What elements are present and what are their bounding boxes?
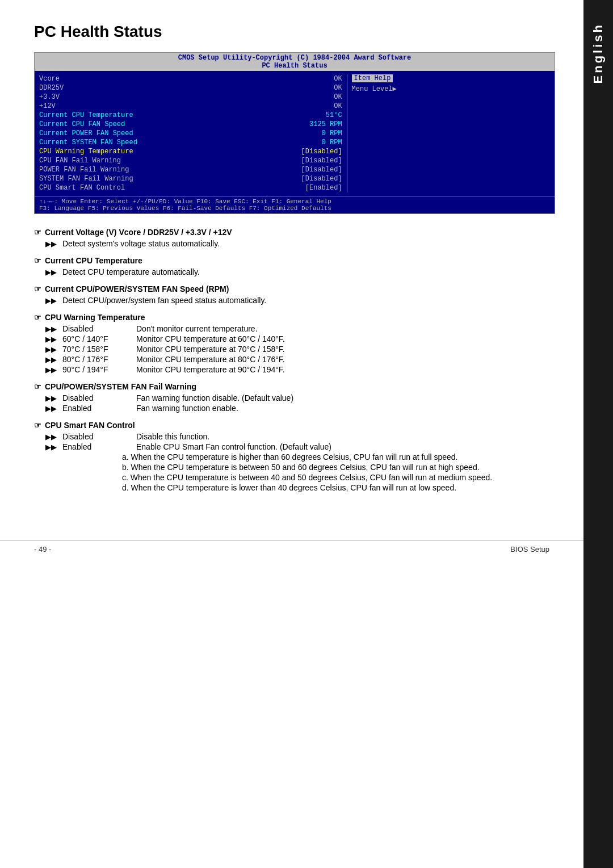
bullet-item: ▶▶DisabledDon't monitor current temperat… (45, 324, 555, 333)
bios-row-label: CPU FAN Fail Warning (39, 157, 291, 165)
page-footer: - 49 - BIOS Setup (0, 540, 583, 558)
section-heading: ☞CPU Warning Temperature (34, 313, 555, 322)
section-cpu-smart-fan: ☞CPU Smart FAN Control▶▶DisabledDisable … (34, 421, 555, 492)
section-heading: ☞Current CPU Temperature (34, 256, 555, 265)
bullet-item: ▶▶DisabledFan warning function disable. … (45, 393, 555, 402)
page-title: PC Health Status (34, 23, 555, 41)
menu-level: Menu Level▶ (352, 85, 397, 93)
main-content: PC Health Status CMOS Setup Utility-Copy… (0, 0, 583, 523)
section-body: ▶▶DisabledDon't monitor current temperat… (34, 324, 555, 374)
bullet-label: Disabled (62, 432, 131, 441)
bullet-desc: Monitor CPU temperature at 60°C / 140°F. (136, 334, 555, 343)
bullet-arrow-icon: ▶▶ (45, 355, 57, 364)
sub-bullet: a. When the CPU temperature is higher th… (122, 452, 555, 462)
section-arrow-icon: ☞ (34, 313, 41, 322)
bios-row-value: OK (291, 93, 342, 101)
section-arrow-icon: ☞ (34, 284, 41, 293)
bullet-label: 80°C / 176°F (62, 355, 131, 364)
bios-row: SYSTEM FAN Fail Warning[Disabled] (39, 174, 342, 183)
footer-label: BIOS Setup (510, 545, 549, 553)
bullet-label: Enabled (62, 404, 131, 413)
bios-row: CPU Smart FAN Control[Enabled] (39, 183, 342, 192)
bullet-arrow-icon: ▶▶ (45, 404, 57, 413)
bios-row-value: [Disabled] (291, 166, 342, 174)
section-heading: ☞CPU Smart FAN Control (34, 421, 555, 430)
bullet-arrow-icon: ▶▶ (45, 365, 57, 374)
bios-footer: ↑↓→←: Move Enter: Select +/-/PU/PD: Valu… (35, 196, 555, 213)
sub-bullet-text: a. When the CPU temperature is higher th… (122, 452, 457, 462)
bios-row-label: Current CPU FAN Speed (39, 120, 291, 128)
bullet-item: ▶▶90°C / 194°FMonitor CPU temperature at… (45, 365, 555, 374)
bullet-item: ▶▶60°C / 140°FMonitor CPU temperature at… (45, 334, 555, 343)
bullet-desc: Monitor CPU temperature at 80°C / 176°F. (136, 355, 555, 364)
bullet-item: ▶▶EnabledEnable CPU Smart Fan control fu… (45, 442, 555, 451)
bios-row: POWER FAN Fail Warning[Disabled] (39, 165, 342, 174)
section-cpu-temp: ☞Current CPU Temperature▶▶Detect CPU tem… (34, 256, 555, 276)
bios-row-label: CPU Warning Temperature (39, 148, 291, 156)
section-heading: ☞Current CPU/POWER/SYSTEM FAN Speed (RPM… (34, 284, 555, 293)
bullet-arrow-icon: ▶▶ (45, 239, 57, 248)
bios-row-value: [Enabled] (291, 184, 342, 192)
bios-row-label: Current SYSTEM FAN Speed (39, 139, 291, 146)
bullet-arrow-icon: ▶▶ (45, 296, 57, 305)
bios-row-value: OK (291, 102, 342, 110)
bios-row-label: +3.3V (39, 93, 291, 101)
bios-row: Current CPU FAN Speed3125 RPM (39, 120, 342, 129)
bios-row-value: 3125 RPM (291, 120, 342, 128)
bullet-arrow-icon: ▶▶ (45, 432, 57, 441)
bios-left-panel: VcoreOKDDR25VOK+3.3VOK+12VOKCurrent CPU … (35, 74, 347, 192)
section-heading-text: CPU Warning Temperature (45, 313, 145, 322)
bios-row-value: [Disabled] (291, 148, 342, 156)
bios-row: VcoreOK (39, 74, 342, 83)
bullet-desc: Monitor CPU temperature at 90°C / 194°F. (136, 365, 555, 374)
section-heading-text: CPU Smart FAN Control (45, 421, 135, 430)
bios-footer-row2: F3: Language F5: Previous Values F6: Fai… (39, 205, 550, 212)
section-fan-speed: ☞Current CPU/POWER/SYSTEM FAN Speed (RPM… (34, 284, 555, 305)
section-body: ▶▶Detect system's voltage status automat… (34, 239, 555, 248)
bios-row: Current CPU Temperature51°C (39, 111, 342, 120)
bios-row-label: CPU Smart FAN Control (39, 184, 291, 192)
bios-row-value: [Disabled] (291, 175, 342, 183)
bullet-arrow-icon: ▶▶ (45, 267, 57, 276)
bullet-label: 60°C / 140°F (62, 334, 131, 343)
bios-row: CPU FAN Fail Warning[Disabled] (39, 156, 342, 165)
help-title: Item Help (352, 74, 393, 82)
bios-row: Current SYSTEM FAN Speed0 RPM (39, 138, 342, 147)
bullet-desc: Fan warning function enable. (136, 404, 555, 413)
sidebar-label: English (591, 23, 606, 83)
bullet-item: ▶▶DisabledDisable this function. (45, 432, 555, 441)
bullet-item: ▶▶80°C / 176°FMonitor CPU temperature at… (45, 355, 555, 364)
section-fan-fail-warning: ☞CPU/POWER/SYSTEM FAN Fail Warning▶▶Disa… (34, 382, 555, 413)
bios-row-label: +12V (39, 102, 291, 110)
section-heading-text: Current CPU/POWER/SYSTEM FAN Speed (RPM) (45, 284, 229, 293)
bios-row-value: OK (291, 75, 342, 83)
bios-row-label: Vcore (39, 75, 291, 83)
section-arrow-icon: ☞ (34, 382, 41, 391)
bullet-desc: Detect system's voltage status automatic… (62, 239, 555, 248)
section-heading-text: Current Voltage (V) Vcore / DDR25V / +3.… (45, 228, 232, 237)
bullet-item: ▶▶Detect CPU temperature automatically. (45, 267, 555, 276)
bios-row: +12VOK (39, 102, 342, 111)
bullet-label: 70°C / 158°F (62, 345, 131, 354)
bullet-arrow-icon: ▶▶ (45, 442, 57, 451)
footer-page-number: - 49 - (34, 545, 51, 553)
bios-row-label: SYSTEM FAN Fail Warning (39, 175, 291, 183)
bullet-item: ▶▶Detect system's voltage status automat… (45, 239, 555, 248)
bios-row: CPU Warning Temperature[Disabled] (39, 147, 342, 156)
section-body: ▶▶DisabledDisable this function.▶▶Enable… (34, 432, 555, 492)
bios-row: Current POWER FAN Speed0 RPM (39, 129, 342, 138)
section-heading-text: CPU/POWER/SYSTEM FAN Fail Warning (45, 382, 196, 391)
bullet-desc: Monitor CPU temperature at 70°C / 158°F. (136, 345, 555, 354)
bios-footer-row1: ↑↓→←: Move Enter: Select +/-/PU/PD: Valu… (39, 198, 550, 205)
section-arrow-icon: ☞ (34, 228, 41, 237)
bullet-desc: Disable this function. (136, 432, 555, 441)
bullet-arrow-icon: ▶▶ (45, 334, 57, 343)
bullet-label: Disabled (62, 393, 131, 402)
bios-row-value: OK (291, 84, 342, 92)
bullet-item: ▶▶Detect CPU/power/system fan speed stat… (45, 296, 555, 305)
bios-header-line1: CMOS Setup Utility-Copyright (C) 1984-20… (35, 54, 555, 62)
sections-container: ☞Current Voltage (V) Vcore / DDR25V / +3… (34, 228, 555, 492)
sub-bullet: d. When the CPU temperature is lower tha… (122, 483, 555, 492)
sidebar: English (583, 0, 613, 868)
sub-bullet-text: c. When the CPU temperature is between 4… (122, 473, 492, 482)
